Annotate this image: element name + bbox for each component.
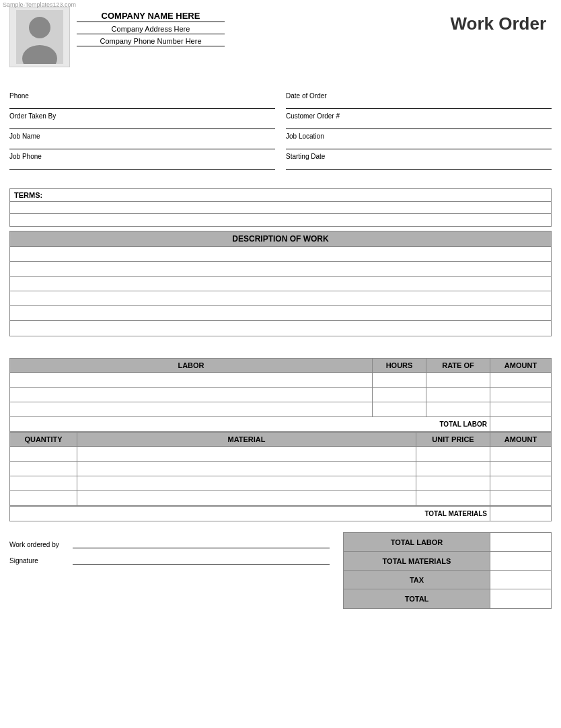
mat-col-qty-header: QUANTITY [10,433,77,446]
mat-cell-material-2 [77,462,416,476]
work-ordered-by-field: Work ordered by [9,539,330,548]
job-location-field: Job Location [286,132,552,149]
terms-section: TERMS: [9,188,552,227]
total-materials-row: TOTAL MATERIALS [10,506,551,521]
labor-col-labor-header: LABOR [10,359,373,372]
dow-row-6 [10,321,551,336]
work-ordered-by-label: Work ordered by [9,541,70,548]
total-labor-label: TOTAL LABOR [10,417,490,431]
labor-cell-labor-1 [10,373,373,387]
form-row-4: Job Phone Starting Date [9,152,552,170]
signature-input[interactable] [73,555,330,565]
terms-line-2 [10,214,551,226]
order-taken-label: Order Taken By [9,112,56,120]
summary-total-value [490,589,551,608]
summary-total-materials-value [490,552,551,570]
company-address: Company Address Here [77,25,225,34]
dow-row-5 [10,306,551,321]
mat-cell-material-4 [77,491,416,505]
job-phone-field: Job Phone [9,152,275,170]
date-of-order-input[interactable] [286,100,552,109]
company-name: COMPANY NAME HERE [77,11,225,22]
customer-order-field: Customer Order # [286,112,552,129]
labor-col-rate-header: RATE OF [426,359,490,372]
total-materials-label: TOTAL MATERIALS [10,507,490,521]
summary-total-labor-label: TOTAL LABOR [344,533,490,551]
labor-col-hours-header: HOURS [373,359,426,372]
mat-cell-qty-1 [10,447,77,461]
mat-cell-qty-4 [10,491,77,505]
labor-cell-rate-1 [426,373,490,387]
mat-data-row-2 [10,462,551,476]
materials-section: QUANTITY MATERIAL UNIT PRICE AMOUNT [9,433,552,521]
form-row-1: Phone Date of Order [9,92,552,109]
mat-cell-unit-3 [416,476,490,490]
order-taken-input[interactable] [9,120,275,129]
labor-data-row-1 [10,373,551,388]
work-order-title: Work Order [450,7,552,34]
date-of-order-label: Date of Order [286,92,327,100]
labor-cell-amount-3 [490,402,551,416]
summary-table: TOTAL LABOR TOTAL MATERIALS TAX TOTAL [343,532,552,609]
mat-col-unit-header: UNIT PRICE [416,433,490,446]
labor-cell-amount-1 [490,373,551,387]
labor-cell-labor-3 [10,402,373,416]
mat-cell-material-1 [77,447,416,461]
bottom-left: Work ordered by Signature [9,532,343,571]
job-phone-input[interactable] [9,160,275,170]
summary-total-row: TOTAL [344,589,551,608]
svg-point-1 [29,17,50,38]
terms-line-1 [10,202,551,214]
mat-cell-amount-2 [490,462,551,476]
labor-cell-hours-2 [373,388,426,402]
mat-cell-unit-4 [416,491,490,505]
mat-data-row-1 [10,447,551,462]
labor-cell-labor-2 [10,388,373,402]
phone-field: Phone [9,92,275,109]
job-phone-label: Job Phone [9,153,42,160]
customer-order-input[interactable] [286,120,552,129]
mat-cell-qty-3 [10,476,77,490]
mat-cell-qty-2 [10,462,77,476]
summary-total-label: TOTAL [344,589,490,608]
total-materials-value [490,507,551,521]
phone-input[interactable] [9,100,275,109]
signature-field: Signature [9,555,330,565]
terms-header: TERMS: [10,189,551,202]
dow-header: DESCRIPTION OF WORK [10,231,551,247]
mat-cell-amount-1 [490,447,551,461]
dow-row-4 [10,291,551,306]
customer-order-label: Customer Order # [286,112,340,120]
form-row-3: Job Name Job Location [9,132,552,149]
dow-row-1 [10,247,551,262]
labor-cell-amount-2 [490,388,551,402]
job-name-field: Job Name [9,132,275,149]
mat-cell-unit-2 [416,462,490,476]
mat-cell-material-3 [77,476,416,490]
header: COMPANY NAME HERE Company Address Here C… [9,7,552,70]
job-location-input[interactable] [286,140,552,149]
logo-box [9,7,70,67]
summary-tax-value [490,571,551,589]
materials-header-row: QUANTITY MATERIAL UNIT PRICE AMOUNT [10,433,551,447]
mat-data-row-4 [10,491,551,506]
labor-data-row-3 [10,402,551,417]
company-phone: Company Phone Number Here [77,37,225,46]
form-section: Phone Date of Order Order Taken By Custo… [9,82,552,170]
labor-cell-rate-2 [426,388,490,402]
total-labor-value [490,417,551,431]
labor-cell-hours-3 [373,402,426,416]
phone-label: Phone [9,92,29,100]
form-row-2: Order Taken By Customer Order # [9,112,552,129]
job-name-label: Job Name [9,133,40,140]
mat-col-amount-header: AMOUNT [490,433,551,446]
total-labor-row: TOTAL LABOR [10,417,551,432]
work-ordered-by-input[interactable] [73,539,330,548]
mat-cell-unit-1 [416,447,490,461]
summary-total-labor-row: TOTAL LABOR [344,533,551,552]
mat-cell-amount-3 [490,476,551,490]
labor-data-row-2 [10,388,551,402]
signature-label: Signature [9,557,70,565]
starting-date-input[interactable] [286,160,552,170]
job-name-input[interactable] [9,140,275,149]
